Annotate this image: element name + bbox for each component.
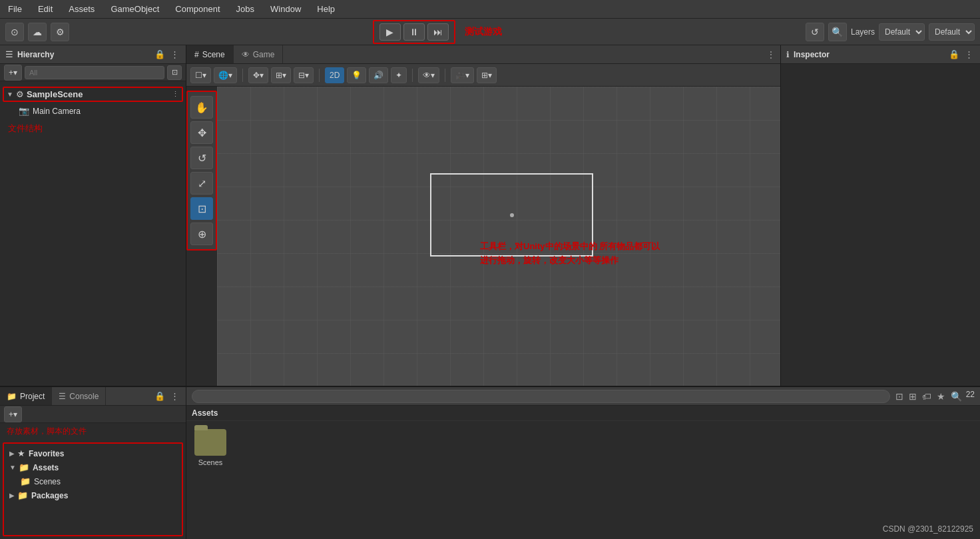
menu-item-file[interactable]: File [5,3,25,15]
pause-button[interactable]: ⏸ [403,23,425,41]
audio-button[interactable]: 🔊 [369,67,388,83]
layout-dropdown[interactable]: Default [929,23,975,41]
scene-arrow-icon: ▼ [7,91,13,98]
assets-filter-icon[interactable]: 🔍 [949,390,963,403]
camera-icon: 📷 [19,106,29,116]
tab-project[interactable]: 📁 Project [0,387,52,405]
inspector-lock-icon[interactable]: 🔒 [947,48,961,61]
main-area: ☰ Hierarchy 🔒 ⋮ +▾ ⊡ ▼ ⚙ SampleScene ⋮ 📷… [0,45,980,386]
hierarchy-more-icon[interactable]: ⋮ [169,48,180,61]
hierarchy-header: ☰ Hierarchy 🔒 ⋮ [0,45,186,64]
tools-sidebar: ✋ ✥ ↺ ⤢ ⊡ ⊕ [186,91,217,251]
camera-center-dot [510,213,514,217]
packages-tree-item[interactable]: ▶ 📁 Packages [4,488,182,502]
fx-button[interactable]: ✦ [391,67,407,83]
scenes-folder-icon: 📁 [20,476,31,486]
layers-dropdown[interactable]: Default [879,23,925,41]
main-camera-item[interactable]: 📷 Main Camera [0,105,186,117]
assets-grid: Scenes [186,421,980,539]
search-toolbar-button[interactable]: 🔍 [828,23,847,41]
cloud-button[interactable]: ☁ [28,23,47,41]
menu-item-help[interactable]: Help [314,3,338,15]
scenes-tree-label: Scenes [34,477,61,486]
project-more-icon[interactable]: ⋮ [169,390,180,402]
visibility-button[interactable]: 👁▾ [418,67,439,83]
hierarchy-lock-icon[interactable]: 🔒 [153,48,166,61]
tab-console[interactable]: ☰ Console [52,387,106,405]
grid-button[interactable]: ⊞▾ [477,67,497,83]
hierarchy-toolbar: +▾ ⊡ [0,64,186,81]
scenes-tree-item[interactable]: 📁 Scenes [4,474,182,488]
favorites-item[interactable]: ▶ ★ Favorites [4,446,182,460]
scene-more-icon[interactable]: ⋮ [172,90,179,99]
camera-viewport [430,173,593,257]
assets-star-icon[interactable]: ★ [935,390,947,403]
hand-tool[interactable]: ✋ [190,96,213,119]
transform-tool[interactable]: ⊕ [190,223,213,245]
hierarchy-focus-button[interactable]: ⊡ [167,65,182,80]
favorites-label: Favorites [29,449,64,458]
file-annotation: 存放素材，脚本的文件 [0,423,186,440]
assets-grid-icon[interactable]: ⊞ [907,390,918,403]
scale-tool[interactable]: ⤢ [190,172,213,195]
rect-tool[interactable]: ⊡ [190,197,213,220]
menu-item-jobs[interactable]: Jobs [234,3,257,15]
settings-button[interactable]: ⚙ [51,23,69,41]
console-tab-label: Console [69,392,99,401]
tab-scene[interactable]: # Scene [186,45,234,63]
menu-bar: File Edit Assets GameObject Component Jo… [0,0,980,19]
project-add-button[interactable]: +▾ [4,406,22,422]
console-tab-icon: ☰ [59,392,66,401]
assets-tree-label: Assets [33,463,59,472]
world-button[interactable]: 🌐▾ [214,67,237,83]
game-tab-label: Game [253,50,275,59]
scene-canvas: 工具栏，对Unity中的场景中的 所有物品都可以 进行拖动，旋转，改变大小等等操… [217,87,780,386]
snap-button[interactable]: ⊞▾ [271,67,291,83]
assets-breadcrumb: Assets [186,406,980,421]
test-game-label: 测试游戏 [465,26,502,38]
scene-tab-label: Scene [202,50,225,59]
scene-root-item[interactable]: ▼ ⚙ SampleScene ⋮ [3,87,183,102]
game-tab-eye-icon: 👁 [242,50,250,59]
ruler-button[interactable]: ⊟▾ [294,67,314,83]
inspector-title: Inspector [794,50,830,59]
menu-item-window[interactable]: Window [268,3,304,15]
project-lock-icon[interactable]: 🔒 [153,390,166,402]
hierarchy-add-button[interactable]: +▾ [4,65,22,81]
assets-header-bar: ⊡ ⊞ 🏷 ★ 🔍 22 [186,387,980,406]
packages-arrow: ▶ [9,492,15,499]
menu-item-assets[interactable]: Assets [66,3,97,15]
menu-item-gameobject[interactable]: GameObject [108,3,162,15]
2d-button[interactable]: 2D [325,67,344,83]
inspector-more-icon[interactable]: ⋮ [963,48,975,61]
light-button[interactable]: 💡 [347,67,366,83]
assets-refresh-icon[interactable]: ⊡ [894,390,905,403]
camera-effects-button[interactable]: 🎥▾ [451,67,474,83]
move-grid-button[interactable]: ✥▾ [248,67,268,83]
toolbar-divider-2 [319,69,320,82]
play-button[interactable]: ▶ [379,23,401,41]
bottom-area: 📁 Project ☰ Console 🔒 ⋮ +▾ 存放素材，脚本的文件 ▶ … [0,386,980,539]
menu-item-edit[interactable]: Edit [35,3,55,15]
account-button[interactable]: ⊙ [5,23,24,41]
project-tab-icon: 📁 [7,392,17,401]
assets-tag-icon[interactable]: 🏷 [921,390,933,403]
scene-tabs-more[interactable]: ⋮ [762,45,780,63]
rotate-tool[interactable]: ↺ [190,147,213,169]
history-button[interactable]: ↺ [806,23,824,41]
project-toolbar: +▾ [0,406,186,423]
gizmo-button[interactable]: ☐▾ [190,67,211,83]
assets-tree-item[interactable]: ▼ 📁 Assets [4,460,182,474]
hierarchy-content: ▼ ⚙ SampleScene ⋮ 📷 Main Camera 文件结构 [0,81,186,386]
step-button[interactable]: ⏭ [427,23,449,41]
menu-item-component[interactable]: Component [172,3,222,15]
move-tool[interactable]: ✥ [190,121,213,144]
toolbar-divider-4 [445,69,445,82]
play-controls: ▶ ⏸ ⏭ [373,20,455,44]
tab-game[interactable]: 👁 Game [234,45,284,63]
scene-settings-icon: ⚙ [16,89,24,99]
hierarchy-search-input[interactable] [25,66,164,79]
assets-search-input[interactable] [192,390,890,403]
scenes-asset-item[interactable]: Scenes [192,426,229,469]
favorites-arrow: ▶ [9,450,15,457]
